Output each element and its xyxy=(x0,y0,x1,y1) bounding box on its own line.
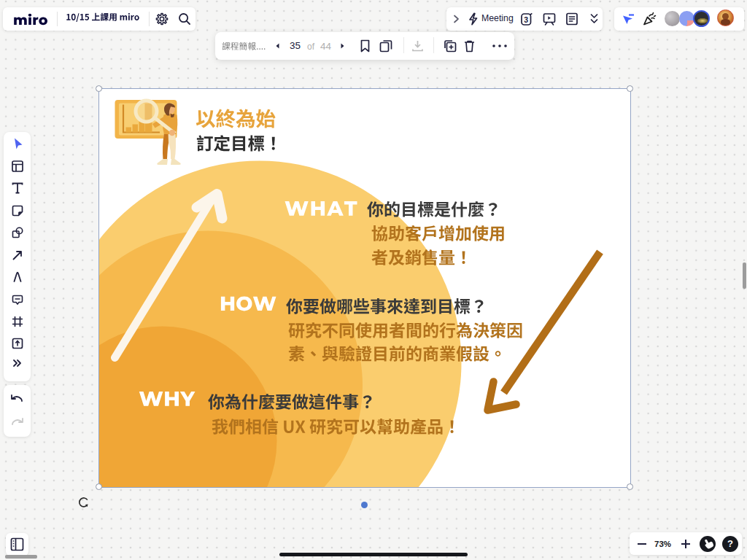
svg-text:3: 3 xyxy=(524,15,528,24)
